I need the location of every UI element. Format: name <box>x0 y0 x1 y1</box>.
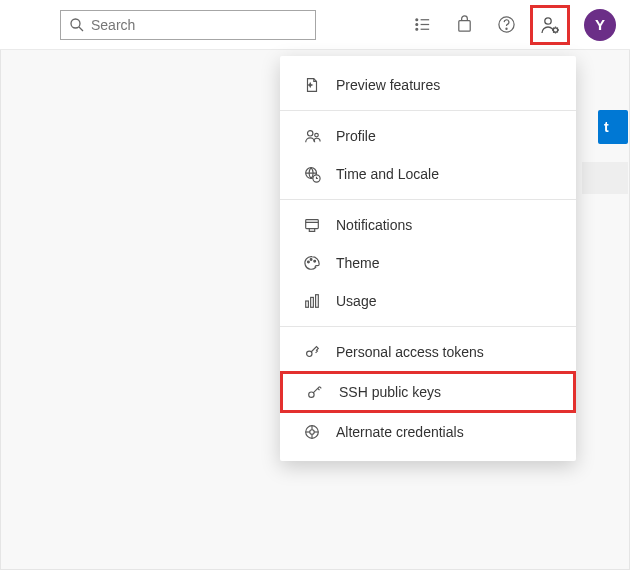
svg-line-1 <box>79 27 83 31</box>
svg-point-10 <box>505 28 506 29</box>
menu-divider <box>280 199 576 200</box>
avatar[interactable]: Y <box>584 9 616 41</box>
menu-item-label: Time and Locale <box>336 166 439 182</box>
menu-item-alt-creds[interactable]: Alternate credentials <box>280 413 576 451</box>
top-bar: Y <box>0 0 630 50</box>
svg-line-18 <box>557 31 558 32</box>
menu-item-label: Alternate credentials <box>336 424 464 440</box>
svg-point-27 <box>310 259 312 261</box>
menu-item-label: Usage <box>336 293 376 309</box>
svg-point-26 <box>308 261 310 263</box>
primary-action-button[interactable]: t <box>598 110 628 144</box>
toolbar-fragment <box>582 162 628 194</box>
menu-item-label: Theme <box>336 255 380 271</box>
svg-rect-25 <box>306 220 319 229</box>
person-icon <box>302 126 322 146</box>
menu-item-time-locale[interactable]: Time and Locale <box>280 155 576 193</box>
menu-item-label: Notifications <box>336 217 412 233</box>
person-gear-icon <box>539 14 561 36</box>
menu-item-theme[interactable]: Theme <box>280 244 576 282</box>
ssh-key-icon <box>305 382 325 402</box>
menu-item-notifications[interactable]: Notifications <box>280 206 576 244</box>
svg-point-2 <box>415 19 417 21</box>
svg-rect-30 <box>311 297 314 307</box>
svg-line-17 <box>553 27 554 28</box>
bar-chart-icon <box>302 291 322 311</box>
menu-item-usage[interactable]: Usage <box>280 282 576 320</box>
menu-divider <box>280 326 576 327</box>
help-icon[interactable] <box>488 7 524 43</box>
menu-item-label: Personal access tokens <box>336 344 484 360</box>
svg-rect-31 <box>316 295 319 308</box>
menu-item-label: Preview features <box>336 77 440 93</box>
svg-rect-8 <box>458 21 469 31</box>
user-settings-menu: Preview featuresProfileTime and LocaleNo… <box>280 56 576 461</box>
marketplace-icon[interactable] <box>446 7 482 43</box>
svg-point-6 <box>415 28 417 30</box>
menu-item-preview-features[interactable]: Preview features <box>280 66 576 104</box>
menu-divider <box>280 110 576 111</box>
key-icon <box>302 342 322 362</box>
user-settings-button[interactable] <box>530 5 570 45</box>
svg-point-21 <box>308 131 313 136</box>
svg-point-4 <box>415 24 417 26</box>
search-icon <box>69 17 85 33</box>
palette-icon <box>302 253 322 273</box>
svg-line-20 <box>553 31 554 32</box>
search-input[interactable] <box>91 17 307 33</box>
document-sparkle-icon <box>302 75 322 95</box>
svg-line-19 <box>557 27 558 28</box>
svg-point-0 <box>71 19 80 28</box>
menu-item-label: SSH public keys <box>339 384 441 400</box>
menu-item-pat[interactable]: Personal access tokens <box>280 333 576 371</box>
globe-clock-icon <box>302 164 322 184</box>
credentials-icon <box>302 422 322 442</box>
menu-item-label: Profile <box>336 128 376 144</box>
menu-item-ssh[interactable]: SSH public keys <box>280 371 576 413</box>
svg-point-22 <box>315 133 319 137</box>
notification-icon <box>302 215 322 235</box>
svg-point-35 <box>310 430 315 435</box>
menu-item-profile[interactable]: Profile <box>280 117 576 155</box>
svg-point-28 <box>314 260 316 262</box>
work-items-icon[interactable] <box>404 7 440 43</box>
search-box[interactable] <box>60 10 316 40</box>
svg-rect-29 <box>306 301 309 307</box>
svg-point-11 <box>545 17 551 23</box>
